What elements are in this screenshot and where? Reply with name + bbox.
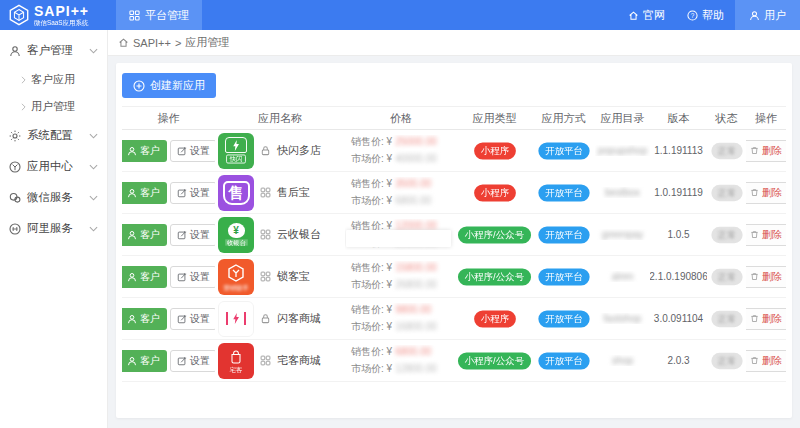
delete-button[interactable]: 删除: [746, 224, 786, 246]
tab-platform-manage[interactable]: 平台管理: [116, 0, 202, 30]
sale-price-label: 销售价: ¥: [351, 303, 392, 317]
del-cell: 删除: [746, 182, 786, 204]
del-cell: 删除: [746, 140, 786, 162]
ops-cell: 客户 设置: [122, 266, 215, 288]
user-icon: [127, 188, 137, 198]
version-cell: 1.0.5: [650, 229, 707, 240]
app-table: 操作 应用名称 价格 应用类型 应用方式 应用目录 版本 状态 操作: [122, 106, 786, 382]
app-icon-tile: ¥ 收银台: [218, 217, 254, 253]
breadcrumb-root[interactable]: SAPI++: [133, 37, 171, 49]
app-mode-badge: 开放平台: [538, 310, 589, 327]
app-type-badge: 小程序/公众号: [458, 226, 531, 243]
header-app-name: 应用名称: [215, 111, 345, 126]
version-value: 1.0.5: [667, 229, 689, 240]
sidebar-item-ali-service[interactable]: 阿里服务: [0, 213, 107, 244]
status-cell: 正常: [707, 352, 746, 370]
customer-button[interactable]: 客户: [122, 182, 167, 204]
sidebar-item-customer-apps[interactable]: 客户应用: [0, 66, 107, 93]
svg-text:?: ?: [691, 11, 695, 18]
app-type-badge: 小程序: [474, 142, 516, 159]
sale-price-value: 3500.00: [395, 177, 431, 191]
trash-icon: [750, 188, 759, 197]
create-app-button[interactable]: 创建新应用: [122, 73, 216, 98]
settings-button[interactable]: 设置: [170, 266, 215, 288]
settings-button[interactable]: 设置: [170, 308, 215, 330]
user-icon: [127, 314, 137, 324]
settings-button[interactable]: 设置: [170, 224, 215, 246]
app-name-cell: ¥ 收银台 云收银台: [215, 217, 345, 253]
shopping-bag-icon: [228, 349, 244, 365]
app-center-icon: [9, 161, 21, 173]
status-text: 正常: [717, 145, 735, 155]
customer-button[interactable]: 客户: [122, 140, 167, 162]
user-icon: [127, 356, 137, 366]
nav-user[interactable]: 用户: [735, 0, 800, 30]
table-row: 客户 设置 宅客 宅客商城 销售价: ¥ 6800.00: [122, 340, 786, 382]
delete-button[interactable]: 删除: [746, 140, 786, 162]
nav-official-site[interactable]: 官网: [617, 0, 676, 30]
del-cell: 删除: [746, 350, 786, 372]
ops-cell: 客户 设置: [122, 182, 215, 204]
sidebar-item-system-config[interactable]: 系统配置: [0, 120, 107, 151]
sidebar-item-user-manage[interactable]: 用户管理: [0, 93, 107, 120]
market-price-value: 26800.00: [395, 278, 437, 292]
settings-label: 设置: [190, 312, 210, 326]
sale-price-value: 9800.00: [395, 303, 431, 317]
app-dir-cell: greenpay: [595, 229, 650, 240]
app-dir-cell: bestbox: [595, 187, 650, 198]
sidebar-item-customer-manage[interactable]: 客户管理: [0, 35, 107, 66]
del-cell: 删除: [746, 266, 786, 288]
market-price-label: 市场价: ¥: [351, 278, 392, 292]
tab-label: 平台管理: [145, 8, 189, 23]
market-price-value: 6800.00: [395, 194, 431, 208]
market-price-line: 市场价: ¥ 16800.00: [351, 320, 437, 334]
customer-label: 客户: [140, 144, 160, 158]
sale-price-value: 25000.00: [395, 135, 437, 149]
customer-label: 客户: [140, 228, 160, 242]
delete-label: 删除: [762, 144, 782, 158]
tile-label: 快闪: [226, 155, 246, 164]
settings-label: 设置: [190, 186, 210, 200]
sidebar-item-wechat-service[interactable]: 微信服务: [0, 182, 107, 213]
delete-button[interactable]: 删除: [746, 266, 786, 288]
status-cell: 正常: [707, 184, 746, 202]
settings-button[interactable]: 设置: [170, 182, 215, 204]
app-type-badge: 小程序: [474, 184, 516, 201]
customer-button[interactable]: 客户: [122, 224, 167, 246]
app-name-cell: 快闪 快闪多店: [215, 133, 345, 169]
edit-icon: [177, 146, 187, 156]
header-app-type: 应用类型: [457, 111, 532, 126]
app-dir-value: shop: [612, 355, 634, 366]
customer-button[interactable]: 客户: [122, 350, 167, 372]
breadcrumb-separator: >: [175, 37, 181, 49]
delete-button[interactable]: 删除: [746, 350, 786, 372]
chevron-right-icon: [21, 103, 26, 111]
user-icon: [749, 10, 760, 21]
customer-button[interactable]: 客户: [122, 308, 167, 330]
customer-label: 客户: [140, 312, 160, 326]
settings-label: 设置: [190, 270, 210, 284]
header-price: 价格: [345, 111, 457, 126]
chevron-down-icon: [89, 48, 98, 54]
status-text: 正常: [717, 313, 735, 323]
delete-label: 删除: [762, 354, 782, 368]
customer-button[interactable]: 客户: [122, 266, 167, 288]
market-price-value: 16800.00: [395, 320, 437, 334]
nav-help[interactable]: ? 帮助: [676, 0, 735, 30]
logo-subtitle: 微信SaaS应用系统: [34, 19, 88, 25]
settings-button[interactable]: 设置: [170, 140, 215, 162]
app-dir-cell: popupshop: [595, 145, 650, 156]
chevron-down-icon: [89, 195, 98, 201]
settings-button[interactable]: 设置: [170, 350, 215, 372]
delete-button[interactable]: 删除: [746, 182, 786, 204]
app-type-cell: 小程序/公众号: [457, 226, 532, 244]
hexagon-cube-logo-icon: [8, 4, 30, 26]
delete-button[interactable]: 删除: [746, 308, 786, 330]
status-badge: 正常: [711, 352, 742, 369]
nav-label: 帮助: [702, 8, 724, 23]
app-mode-cell: 开放平台: [532, 268, 595, 286]
sale-price-label: 销售价: ¥: [351, 135, 392, 149]
sidebar-item-app-center[interactable]: 应用中心: [0, 151, 107, 182]
edit-icon: [177, 230, 187, 240]
app-mode-cell: 开放平台: [532, 352, 595, 370]
